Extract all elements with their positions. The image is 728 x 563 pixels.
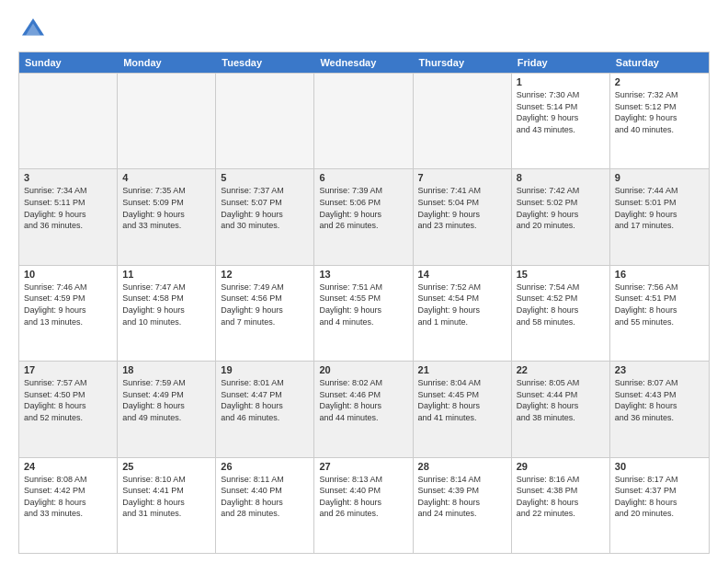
day-number: 16 [615, 269, 704, 280]
calendar-cell: 2Sunrise: 7:32 AM Sunset: 5:12 PM Daylig… [610, 74, 709, 168]
calendar-cell: 25Sunrise: 8:10 AM Sunset: 4:41 PM Dayli… [118, 458, 216, 553]
day-info: Sunrise: 7:47 AM Sunset: 4:58 PM Dayligh… [122, 282, 210, 327]
day-info: Sunrise: 8:10 AM Sunset: 4:41 PM Dayligh… [122, 474, 210, 520]
day-number: 1 [517, 76, 605, 87]
day-info: Sunrise: 8:08 AM Sunset: 4:42 PM Dayligh… [24, 474, 112, 520]
day-number: 29 [517, 461, 605, 472]
day-info: Sunrise: 7:46 AM Sunset: 4:59 PM Dayligh… [24, 282, 112, 327]
day-info: Sunrise: 8:17 AM Sunset: 4:37 PM Dayligh… [615, 474, 704, 520]
calendar-cell: 26Sunrise: 8:11 AM Sunset: 4:40 PM Dayli… [216, 458, 314, 553]
day-info: Sunrise: 8:14 AM Sunset: 4:39 PM Dayligh… [418, 474, 506, 520]
header-day-friday: Friday [512, 52, 610, 73]
day-number: 22 [517, 364, 605, 375]
day-info: Sunrise: 7:41 AM Sunset: 5:04 PM Dayligh… [418, 185, 506, 231]
day-number: 26 [221, 461, 309, 472]
calendar-cell [118, 74, 216, 168]
header-day-monday: Monday [118, 52, 216, 73]
logo [18, 15, 51, 44]
day-number: 24 [24, 461, 112, 472]
day-number: 14 [418, 269, 506, 280]
calendar-row-5: 24Sunrise: 8:08 AM Sunset: 4:42 PM Dayli… [19, 457, 709, 553]
calendar-cell: 17Sunrise: 7:57 AM Sunset: 4:50 PM Dayli… [19, 362, 118, 456]
calendar-cell: 21Sunrise: 8:04 AM Sunset: 4:45 PM Dayli… [414, 362, 512, 456]
header-day-saturday: Saturday [610, 52, 709, 73]
calendar-cell: 27Sunrise: 8:13 AM Sunset: 4:40 PM Dayli… [314, 458, 413, 553]
calendar-cell: 14Sunrise: 7:52 AM Sunset: 4:54 PM Dayli… [414, 266, 512, 361]
day-info: Sunrise: 7:49 AM Sunset: 4:56 PM Dayligh… [221, 282, 309, 327]
day-info: Sunrise: 7:34 AM Sunset: 5:11 PM Dayligh… [24, 185, 112, 231]
calendar-header: SundayMondayTuesdayWednesdayThursdayFrid… [19, 52, 709, 73]
day-info: Sunrise: 8:05 AM Sunset: 4:44 PM Dayligh… [517, 377, 605, 423]
header-day-sunday: Sunday [19, 52, 118, 73]
calendar-cell: 22Sunrise: 8:05 AM Sunset: 4:44 PM Dayli… [512, 362, 610, 456]
day-number: 5 [221, 172, 309, 183]
header-day-thursday: Thursday [414, 52, 512, 73]
day-info: Sunrise: 8:07 AM Sunset: 4:43 PM Dayligh… [615, 377, 704, 423]
calendar-cell: 5Sunrise: 7:37 AM Sunset: 5:07 PM Daylig… [216, 169, 314, 264]
header-day-wednesday: Wednesday [314, 52, 413, 73]
calendar-cell: 23Sunrise: 8:07 AM Sunset: 4:43 PM Dayli… [610, 362, 709, 456]
calendar-cell: 28Sunrise: 8:14 AM Sunset: 4:39 PM Dayli… [414, 458, 512, 553]
header [18, 15, 710, 44]
day-number: 15 [517, 269, 605, 280]
day-number: 23 [615, 364, 704, 375]
day-info: Sunrise: 8:01 AM Sunset: 4:47 PM Dayligh… [221, 377, 309, 423]
day-number: 28 [418, 461, 506, 472]
day-number: 17 [24, 364, 112, 375]
day-number: 20 [319, 364, 407, 375]
day-info: Sunrise: 7:59 AM Sunset: 4:49 PM Dayligh… [122, 377, 210, 423]
calendar-cell: 16Sunrise: 7:56 AM Sunset: 4:51 PM Dayli… [610, 266, 709, 361]
day-info: Sunrise: 7:42 AM Sunset: 5:02 PM Dayligh… [517, 185, 605, 231]
calendar-cell: 30Sunrise: 8:17 AM Sunset: 4:37 PM Dayli… [610, 458, 709, 553]
calendar-cell: 6Sunrise: 7:39 AM Sunset: 5:06 PM Daylig… [314, 169, 413, 264]
calendar-cell: 1Sunrise: 7:30 AM Sunset: 5:14 PM Daylig… [512, 74, 610, 168]
calendar-row-2: 3Sunrise: 7:34 AM Sunset: 5:11 PM Daylig… [19, 168, 709, 264]
page: SundayMondayTuesdayWednesdayThursdayFrid… [0, 0, 728, 563]
day-number: 19 [221, 364, 309, 375]
calendar-cell [19, 74, 118, 168]
day-info: Sunrise: 7:39 AM Sunset: 5:06 PM Dayligh… [319, 185, 407, 231]
calendar-cell: 10Sunrise: 7:46 AM Sunset: 4:59 PM Dayli… [19, 266, 118, 361]
calendar-cell: 12Sunrise: 7:49 AM Sunset: 4:56 PM Dayli… [216, 266, 314, 361]
header-day-tuesday: Tuesday [216, 52, 314, 73]
day-number: 13 [319, 269, 407, 280]
day-info: Sunrise: 7:35 AM Sunset: 5:09 PM Dayligh… [122, 185, 210, 231]
day-info: Sunrise: 7:44 AM Sunset: 5:01 PM Dayligh… [615, 185, 704, 231]
calendar-cell: 11Sunrise: 7:47 AM Sunset: 4:58 PM Dayli… [118, 266, 216, 361]
day-info: Sunrise: 8:02 AM Sunset: 4:46 PM Dayligh… [319, 377, 407, 423]
day-number: 12 [221, 269, 309, 280]
calendar-cell: 19Sunrise: 8:01 AM Sunset: 4:47 PM Dayli… [216, 362, 314, 456]
day-info: Sunrise: 7:54 AM Sunset: 4:52 PM Dayligh… [517, 282, 605, 327]
day-number: 3 [24, 172, 112, 183]
day-info: Sunrise: 8:16 AM Sunset: 4:38 PM Dayligh… [517, 474, 605, 520]
day-number: 4 [122, 172, 210, 183]
calendar-cell [314, 74, 413, 168]
day-info: Sunrise: 8:11 AM Sunset: 4:40 PM Dayligh… [221, 474, 309, 520]
day-info: Sunrise: 7:32 AM Sunset: 5:12 PM Dayligh… [615, 89, 704, 135]
calendar-cell: 13Sunrise: 7:51 AM Sunset: 4:55 PM Dayli… [314, 266, 413, 361]
calendar-row-4: 17Sunrise: 7:57 AM Sunset: 4:50 PM Dayli… [19, 361, 709, 456]
calendar-cell: 15Sunrise: 7:54 AM Sunset: 4:52 PM Dayli… [512, 266, 610, 361]
day-number: 21 [418, 364, 506, 375]
calendar-row-1: 1Sunrise: 7:30 AM Sunset: 5:14 PM Daylig… [19, 73, 709, 168]
day-info: Sunrise: 7:56 AM Sunset: 4:51 PM Dayligh… [615, 282, 704, 327]
day-info: Sunrise: 7:51 AM Sunset: 4:55 PM Dayligh… [319, 282, 407, 327]
day-number: 6 [319, 172, 407, 183]
calendar-body: 1Sunrise: 7:30 AM Sunset: 5:14 PM Daylig… [19, 73, 709, 553]
day-number: 18 [122, 364, 210, 375]
day-number: 10 [24, 269, 112, 280]
calendar-cell: 4Sunrise: 7:35 AM Sunset: 5:09 PM Daylig… [118, 169, 216, 264]
calendar-cell: 8Sunrise: 7:42 AM Sunset: 5:02 PM Daylig… [512, 169, 610, 264]
calendar-cell: 3Sunrise: 7:34 AM Sunset: 5:11 PM Daylig… [19, 169, 118, 264]
calendar-cell [216, 74, 314, 168]
calendar-cell: 9Sunrise: 7:44 AM Sunset: 5:01 PM Daylig… [610, 169, 709, 264]
day-number: 7 [418, 172, 506, 183]
calendar-row-3: 10Sunrise: 7:46 AM Sunset: 4:59 PM Dayli… [19, 265, 709, 361]
day-number: 25 [122, 461, 210, 472]
day-info: Sunrise: 7:52 AM Sunset: 4:54 PM Dayligh… [418, 282, 506, 327]
day-info: Sunrise: 8:13 AM Sunset: 4:40 PM Dayligh… [319, 474, 407, 520]
day-number: 8 [517, 172, 605, 183]
day-info: Sunrise: 7:57 AM Sunset: 4:50 PM Dayligh… [24, 377, 112, 423]
day-number: 11 [122, 269, 210, 280]
calendar: SundayMondayTuesdayWednesdayThursdayFrid… [18, 52, 710, 554]
